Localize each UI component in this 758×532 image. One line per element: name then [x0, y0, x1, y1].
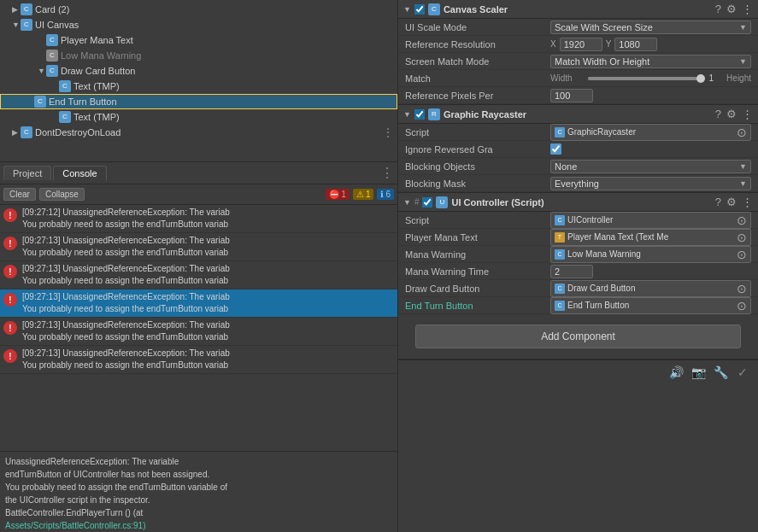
- canvas-scaler-help[interactable]: ?: [715, 3, 721, 15]
- mana-warn-time-input[interactable]: [550, 265, 593, 278]
- tree-item-dontdestroy[interactable]: ▶ C DontDestroyOnLoad ⋮: [0, 125, 397, 140]
- slider-row: Width 1 Height: [550, 73, 751, 83]
- screen-match-dropdown[interactable]: Match Width Or Height ▼: [550, 55, 751, 68]
- tree-item-player-mana[interactable]: C Player Mana Text: [0, 32, 397, 48]
- uc-arrow: ▼: [403, 198, 411, 207]
- ref-res-y-label: Y: [606, 39, 612, 49]
- detail-line6[interactable]: Assets/Scripts/BattleController.cs:91): [5, 521, 146, 530]
- ref-res-y-input[interactable]: [614, 38, 657, 51]
- tree-item-text-tmp2[interactable]: C Text (TMP): [0, 109, 397, 125]
- prop-ui-scale-mode: UI Scale Mode Scale With Screen Size ▼: [398, 19, 758, 36]
- ref-res-label: Reference Resolution: [405, 39, 550, 50]
- badge-info[interactable]: ℹ 6: [377, 189, 394, 200]
- log-entry-4[interactable]: ! [09:27:13] UnassignedReferenceExceptio…: [0, 289, 397, 318]
- clear-button[interactable]: Clear: [3, 188, 36, 201]
- hierarchy-panel: ▶ C Card (2) ▼ C UI Canvas C Player Mana…: [0, 0, 397, 162]
- add-component-button[interactable]: Add Component: [415, 324, 741, 348]
- graphic-raycaster-header[interactable]: ▼ R Graphic Raycaster ? ⚙ ⋮: [398, 105, 758, 124]
- ui-controller-header[interactable]: ▼ # U UI Controller (Script) ? ⚙ ⋮: [398, 193, 758, 212]
- end-turn-ref-container: C End Turn Button ⊙: [550, 297, 751, 314]
- check-icon[interactable]: ✓: [734, 364, 751, 381]
- log-entry-3[interactable]: ! [09:27:13] UnassignedReferenceExceptio…: [0, 261, 397, 289]
- player-mana-label: Player Mana Text: [405, 232, 550, 243]
- blocking-obj-dropdown[interactable]: None ▼: [550, 160, 751, 173]
- console-log-area[interactable]: ! [09:27:12] UnassignedReferenceExceptio…: [0, 205, 397, 451]
- badge-info-count: 6: [385, 190, 391, 199]
- player-mana-ref[interactable]: T Player Mana Text (Text Me ⊙: [550, 229, 751, 246]
- gr-checkbox[interactable]: [414, 109, 425, 120]
- log-entry-6[interactable]: ! [09:27:13] UnassignedReferenceExceptio…: [0, 346, 397, 374]
- camera-icon[interactable]: 📷: [690, 364, 707, 381]
- main-layout: ▶ C Card (2) ▼ C UI Canvas C Player Mana…: [0, 0, 758, 532]
- tree-item-end-turn[interactable]: C End Turn Button: [0, 94, 397, 109]
- prop-uc-script: Script C UIController ⊙: [398, 212, 758, 229]
- blocking-mask-dropdown[interactable]: Everything ▼: [550, 177, 751, 190]
- slider-track[interactable]: [588, 77, 703, 80]
- uc-menu[interactable]: ⋮: [742, 196, 753, 208]
- draw-card-dot[interactable]: ⊙: [737, 282, 747, 295]
- badge-error[interactable]: ⛔ 1: [326, 189, 350, 200]
- tree-label-dd: DontDestroyOnLoad: [35, 127, 120, 137]
- uc-settings[interactable]: ⚙: [726, 196, 737, 208]
- console-toolbar: Clear Collapse ⛔ 1 ⚠ 1 ℹ 6: [0, 184, 397, 205]
- badge-warn[interactable]: ⚠ 1: [353, 189, 374, 200]
- gr-script-ref[interactable]: C GraphicRaycaster ⊙: [550, 124, 751, 141]
- ref-pixels-value-container: [550, 89, 751, 102]
- tab-dots-menu[interactable]: ⋮: [380, 165, 394, 181]
- gr-help[interactable]: ?: [715, 108, 721, 120]
- ignore-rev-checkbox[interactable]: [550, 143, 561, 155]
- mana-warn-time-label: Mana Warning Time: [405, 266, 550, 277]
- tab-project[interactable]: Project: [3, 166, 51, 180]
- uc-checkbox[interactable]: [422, 197, 432, 208]
- mana-warn-ref[interactable]: C Low Mana Warning ⊙: [550, 246, 751, 263]
- tree-item-card2[interactable]: ▶ C Card (2): [0, 2, 397, 17]
- end-turn-dot[interactable]: ⊙: [737, 299, 747, 313]
- audio-icon[interactable]: 🔊: [667, 364, 685, 381]
- uc-script-dot[interactable]: ⊙: [737, 213, 747, 227]
- tab-bar: Project Console ⋮: [0, 162, 397, 184]
- log-entry-1[interactable]: ! [09:27:12] UnassignedReferenceExceptio…: [0, 205, 397, 233]
- draw-card-ref[interactable]: C Draw Card Button ⊙: [550, 280, 751, 297]
- dropdown-arrow: ▼: [739, 23, 747, 32]
- tree-icon-lm: C: [46, 50, 58, 61]
- ui-scale-mode-dropdown[interactable]: Scale With Screen Size ▼: [550, 20, 751, 34]
- gr-script-label: Script: [405, 127, 550, 137]
- error-icon-2: !: [3, 237, 19, 250]
- uc-script-icon: C: [555, 215, 565, 225]
- uc-help[interactable]: ?: [715, 196, 721, 208]
- settings-icon[interactable]: 🔧: [712, 364, 729, 381]
- tree-item-ui-canvas[interactable]: ▼ C UI Canvas: [0, 17, 397, 32]
- gr-menu[interactable]: ⋮: [742, 108, 753, 120]
- tree-icon-t2: C: [59, 111, 71, 123]
- canvas-scaler-checkbox[interactable]: [414, 4, 425, 15]
- player-mana-icon: T: [555, 232, 565, 243]
- left-panel: ▶ C Card (2) ▼ C UI Canvas C Player Mana…: [0, 0, 398, 532]
- uc-script-ref[interactable]: C UIController ⊙: [550, 212, 751, 229]
- mana-warn-dot[interactable]: ⊙: [737, 248, 747, 261]
- log-entry-2[interactable]: ! [09:27:13] UnassignedReferenceExceptio…: [0, 233, 397, 261]
- player-mana-dot[interactable]: ⊙: [737, 231, 747, 244]
- log-entry-5[interactable]: ! [09:27:13] UnassignedReferenceExceptio…: [0, 318, 397, 346]
- gr-script-text: GraphicRaycaster: [567, 127, 636, 137]
- ref-res-x-input[interactable]: [560, 38, 602, 51]
- gr-buttons: ? ⚙ ⋮: [715, 108, 753, 120]
- blocking-mask-text: Everything: [555, 178, 599, 189]
- tree-item-low-mana[interactable]: C Low Mana Warning: [0, 48, 397, 63]
- tab-console[interactable]: Console: [53, 166, 106, 181]
- gr-settings[interactable]: ⚙: [726, 108, 737, 120]
- prop-player-mana: Player Mana Text T Player Mana Text (Tex…: [398, 229, 758, 246]
- tree-arrow-dd: ▶: [12, 128, 21, 137]
- ref-pixels-input[interactable]: [550, 89, 593, 102]
- gr-script-dot[interactable]: ⊙: [737, 126, 747, 139]
- collapse-button[interactable]: Collapse: [39, 188, 85, 201]
- canvas-scaler-menu[interactable]: ⋮: [742, 3, 753, 15]
- dots-menu[interactable]: ⋮: [382, 126, 394, 139]
- tree-item-draw-card[interactable]: ▼ C Draw Card Button: [0, 63, 397, 79]
- error-icon-1: !: [3, 208, 19, 222]
- canvas-scaler-header[interactable]: ▼ C Canvas Scaler ? ⚙ ⋮: [398, 0, 758, 19]
- canvas-scaler-settings[interactable]: ⚙: [726, 3, 737, 15]
- end-turn-ref[interactable]: C End Turn Button ⊙: [550, 297, 751, 314]
- tree-item-text-tmp1[interactable]: C Text (TMP): [0, 79, 397, 94]
- canvas-scaler-section: ▼ C Canvas Scaler ? ⚙ ⋮ UI Scale Mode Sc…: [398, 0, 758, 105]
- slider-thumb[interactable]: [696, 74, 705, 83]
